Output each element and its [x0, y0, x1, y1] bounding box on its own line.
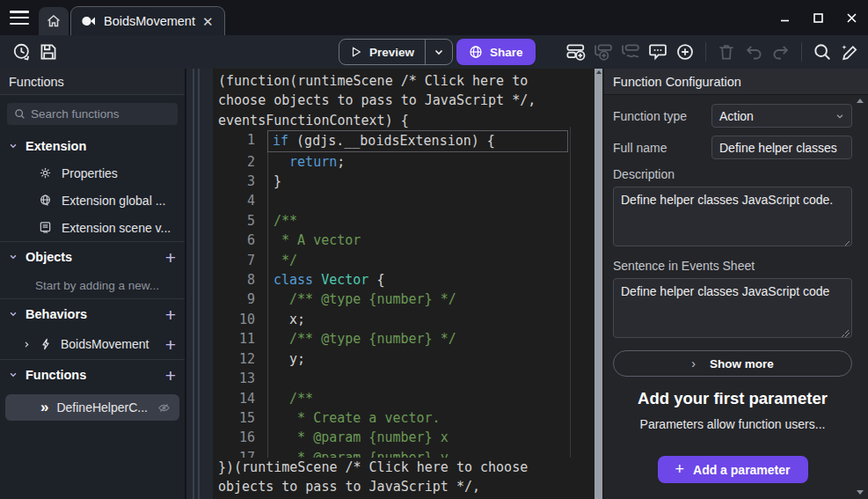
code-line[interactable]: 13: [213, 369, 604, 388]
code-line[interactable]: 5/**: [213, 211, 604, 231]
code-lines: 1if (gdjs.__boidsExtension) {2 return;3}…: [213, 130, 604, 487]
add-parameter-button[interactable]: + Add a parameter: [658, 456, 808, 483]
panel-scroll-up-icon[interactable]: [857, 99, 864, 103]
code-line[interactable]: 6 * A vector: [213, 231, 604, 250]
main-menu-icon[interactable]: [10, 11, 29, 25]
undo-icon[interactable]: [744, 42, 763, 62]
code-header-line[interactable]: choose objects to pass to JavaScript */,: [213, 91, 604, 110]
code-line[interactable]: 14 /**: [213, 389, 604, 408]
sidebar-item-properties[interactable]: Properties: [0, 159, 185, 187]
lightning-icon: [40, 338, 52, 350]
editor-scrollbar[interactable]: [594, 69, 602, 499]
code-line[interactable]: 7 */: [213, 251, 604, 270]
add-event-icon[interactable]: [566, 42, 586, 62]
code-line[interactable]: 8class Vector {: [213, 270, 604, 290]
code-line[interactable]: 15 * Create a vector.: [213, 408, 604, 428]
code-line[interactable]: 4: [213, 191, 604, 210]
add-function-icon[interactable]: +: [165, 366, 176, 385]
events-sheet-gutter[interactable]: [186, 69, 213, 499]
section-extension[interactable]: Extension: [0, 132, 185, 159]
sidebar-title: Functions: [0, 69, 185, 95]
tab-title: BoidsMovement: [104, 14, 195, 28]
add-object-icon[interactable]: +: [165, 248, 176, 267]
description-label: Description: [613, 167, 852, 181]
window-minimize-button[interactable]: [768, 0, 801, 35]
add-subevent-icon[interactable]: [594, 42, 613, 62]
tab-boidsmovement[interactable]: BoidsMovement ✕: [70, 6, 225, 35]
trash-icon[interactable]: [717, 42, 736, 62]
extension-fish-icon: [82, 15, 97, 27]
code-line[interactable]: 3}: [213, 172, 604, 191]
function-configuration-panel: Function Configuration Function type Act…: [604, 69, 868, 499]
redo-icon[interactable]: [771, 42, 791, 62]
chevron-down-icon[interactable]: [9, 253, 18, 261]
chevron-down-icon[interactable]: [9, 371, 18, 379]
add-other-event-icon[interactable]: [621, 42, 640, 62]
add-behavior-icon[interactable]: +: [165, 305, 176, 324]
section-functions-label: Functions: [26, 368, 86, 382]
code-header-line[interactable]: (function(runtimeScene /* Click here to: [213, 71, 604, 91]
sidebar-item-extension-global-variables[interactable]: Extension global ...: [0, 187, 185, 214]
sentence-textarea[interactable]: Define helper classes JavaScript code: [613, 278, 852, 338]
code-line[interactable]: 11 /** @type {number} */: [213, 329, 604, 349]
panel-scroll-down-icon[interactable]: [857, 490, 864, 495]
home-icon: [46, 13, 62, 29]
sidebar-item-definehelperclasses[interactable]: » DefineHelperC...: [5, 394, 179, 421]
code-footer-line[interactable]: objects to pass to JavaScript */,: [218, 477, 596, 496]
code-line[interactable]: 10 x;: [213, 310, 604, 329]
add-behavior-function-icon[interactable]: +: [165, 335, 176, 354]
parameters-hint: Parameters allow function users...: [613, 417, 852, 431]
config-panel-title: Function Configuration: [604, 69, 868, 95]
code-line[interactable]: 2 return;: [213, 152, 604, 172]
code-footer-line[interactable]: })(runtimeScene /* Click here to choose: [218, 458, 596, 477]
save-icon[interactable]: [39, 42, 58, 62]
history-icon[interactable]: [12, 42, 32, 62]
show-more-button[interactable]: › Show more: [613, 350, 852, 377]
add-parameter-label: Add a parameter: [693, 463, 790, 477]
plus-icon: +: [675, 460, 685, 479]
toolbar: Preview Share: [0, 35, 868, 69]
titlebar: BoidsMovement ✕: [0, 0, 868, 35]
function-type-select[interactable]: Action: [711, 104, 852, 128]
add-comment-icon[interactable]: [648, 42, 667, 62]
chevron-down-icon: [835, 112, 844, 121]
section-functions[interactable]: Functions +: [0, 360, 185, 390]
search-functions-box[interactable]: [7, 103, 178, 125]
chevron-right-icon: ›: [691, 356, 696, 371]
description-textarea[interactable]: Define helper classes JavaScript code.: [613, 187, 852, 246]
code-line[interactable]: 16 * @param {number} x: [213, 428, 604, 447]
chevron-down-icon[interactable]: [9, 142, 18, 150]
section-objects-label: Objects: [26, 250, 72, 264]
play-icon: [350, 46, 362, 58]
js-code-editor[interactable]: (function(runtimeScene /* Click here toc…: [213, 69, 604, 499]
code-line[interactable]: 1if (gdjs.__boidsExtension) {: [213, 130, 604, 151]
sidebar-item-label: Extension global ...: [62, 194, 165, 208]
search-icon[interactable]: [813, 42, 832, 62]
function-type-label: Function type: [613, 109, 687, 123]
sidebar-item-label: Properties: [62, 166, 118, 180]
window-close-button[interactable]: [835, 0, 868, 35]
code-line[interactable]: 9 /** @type {number} */: [213, 290, 604, 309]
share-button[interactable]: Share: [456, 39, 536, 65]
window-maximize-button[interactable]: [801, 0, 835, 35]
sidebar-item-extension-scene-variables[interactable]: Extension scene v...: [0, 214, 185, 241]
tab-home[interactable]: [39, 7, 69, 35]
preview-dropdown-icon[interactable]: [426, 47, 452, 57]
section-behaviors[interactable]: Behaviors +: [0, 299, 185, 329]
scene-variables-icon: [39, 221, 52, 234]
chevron-right-icon[interactable]: [23, 341, 31, 349]
section-objects[interactable]: Objects +: [0, 242, 185, 272]
sidebar-item-boidsmovement[interactable]: BoidsMovement +: [0, 329, 185, 359]
edit-scene-icon[interactable]: [840, 42, 859, 62]
full-name-input[interactable]: [711, 136, 852, 159]
search-functions-input[interactable]: [31, 107, 171, 121]
preview-button[interactable]: Preview: [339, 39, 453, 65]
code-line[interactable]: 12 y;: [213, 349, 604, 369]
action-icon: »: [40, 399, 47, 416]
chevron-down-icon[interactable]: [9, 310, 18, 319]
code-header-line[interactable]: eventsFunctionContext) {: [213, 111, 604, 130]
code-footer[interactable]: })(runtimeScene /* Click here to chooseo…: [213, 458, 596, 499]
add-circle-icon[interactable]: [675, 42, 695, 62]
tab-close-icon[interactable]: ✕: [202, 15, 214, 28]
objects-empty-hint: Start by adding a new...: [0, 272, 185, 298]
